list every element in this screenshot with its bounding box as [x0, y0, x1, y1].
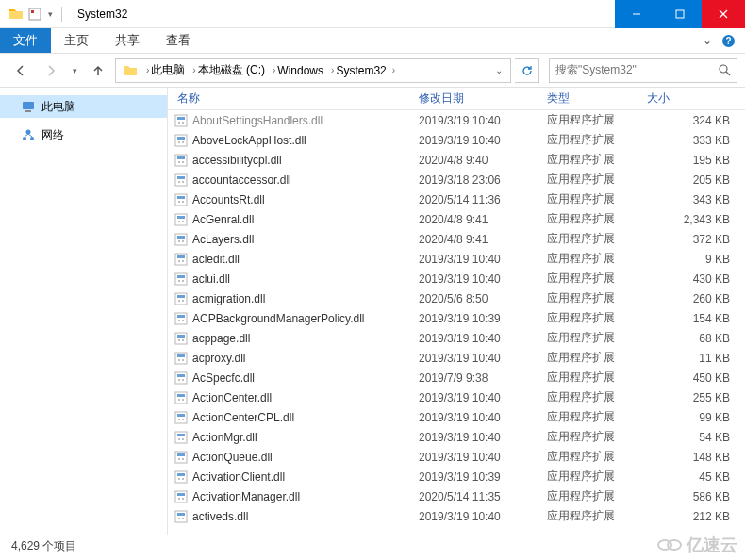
address-dropdown-icon[interactable]: ⌄: [489, 65, 508, 75]
sidebar-label: 此电脑: [41, 99, 75, 115]
breadcrumb-label: 此电脑: [151, 62, 185, 78]
back-button[interactable]: [8, 58, 34, 84]
file-row[interactable]: ActivationManager.dll2020/5/14 11:35应用程序…: [168, 486, 745, 506]
ribbon-expand-icon[interactable]: ⌄: [703, 34, 712, 47]
forward-button[interactable]: [38, 58, 64, 84]
file-name: ActivationManager.dll: [192, 490, 300, 503]
file-row[interactable]: acproxy.dll2019/3/19 10:40应用程序扩展11 KB: [168, 348, 745, 368]
qat-dropdown-icon[interactable]: ▾: [45, 9, 56, 19]
column-header-date[interactable]: 修改日期: [419, 91, 547, 107]
svg-point-100: [182, 518, 184, 519]
sidebar-item-network[interactable]: 网络: [0, 124, 167, 146]
file-row[interactable]: acppage.dll2019/3/19 10:40应用程序扩展68 KB: [168, 328, 745, 348]
search-box[interactable]: 搜索"System32": [549, 58, 737, 83]
svg-rect-53: [175, 293, 187, 305]
svg-rect-26: [177, 156, 185, 159]
column-header-size[interactable]: 大小: [639, 91, 745, 107]
file-name: accountaccessor.dll: [192, 173, 291, 187]
tab-file[interactable]: 文件: [0, 28, 51, 53]
svg-point-20: [182, 122, 184, 124]
svg-point-51: [178, 280, 180, 282]
dll-icon: [174, 351, 189, 366]
file-row[interactable]: ActionCenterCPL.dll2019/3/19 10:40应用程序扩展…: [168, 407, 745, 427]
column-header-name[interactable]: 名称: [174, 91, 419, 107]
dll-icon: [174, 489, 189, 504]
sidebar-item-this-pc[interactable]: 此电脑: [0, 95, 167, 118]
tab-home[interactable]: 主页: [51, 28, 102, 53]
file-row[interactable]: ActionQueue.dll2019/3/19 10:40应用程序扩展148 …: [168, 447, 745, 467]
file-row[interactable]: aclui.dll2019/3/19 10:40应用程序扩展430 KB: [168, 269, 745, 288]
breadcrumb-segment[interactable]: ›System32›: [327, 64, 399, 77]
file-date: 2019/3/19 10:40: [419, 114, 547, 127]
breadcrumb-segment[interactable]: ›Windows: [269, 64, 327, 77]
svg-rect-81: [175, 432, 187, 443]
file-row[interactable]: ActionMgr.dll2019/3/19 10:40应用程序扩展54 KB: [168, 427, 745, 447]
svg-rect-29: [175, 174, 187, 186]
file-size: 9 KB: [639, 253, 745, 266]
breadcrumb-segment[interactable]: ›此电脑: [142, 62, 189, 78]
address-bar[interactable]: ›此电脑 ›本地磁盘 (C:) ›Windows ›System32› ⌄: [115, 58, 511, 83]
svg-rect-33: [175, 194, 187, 206]
help-icon[interactable]: ?: [721, 34, 736, 48]
file-row[interactable]: AboutSettingsHandlers.dll2019/3/19 10:40…: [168, 110, 745, 130]
svg-rect-54: [177, 295, 185, 298]
file-row[interactable]: AboveLockAppHost.dll2019/3/19 10:40应用程序扩…: [168, 130, 745, 150]
minimize-button[interactable]: [615, 0, 658, 28]
file-size: 333 KB: [639, 134, 745, 147]
maximize-button[interactable]: [658, 0, 702, 28]
file-date: 2019/7/9 9:38: [419, 371, 547, 385]
svg-rect-65: [175, 353, 187, 364]
file-date: 2020/4/8 9:41: [419, 213, 547, 226]
sidebar-label: 网络: [41, 127, 64, 143]
tab-view[interactable]: 查看: [153, 28, 204, 53]
explorer-body: 此电脑 网络 名称 修改日期 类型 大小 AboutSettingsHandle…: [0, 88, 745, 535]
file-name: acledit.dll: [192, 253, 240, 266]
file-name: ActivationClient.dll: [192, 470, 285, 484]
file-type: 应用程序扩展: [547, 152, 639, 168]
tab-share[interactable]: 共享: [102, 28, 153, 53]
file-size: 260 KB: [639, 292, 745, 305]
dll-icon: [174, 509, 189, 524]
svg-rect-30: [177, 176, 185, 179]
file-type: 应用程序扩展: [547, 112, 639, 128]
svg-point-75: [178, 399, 180, 401]
file-row[interactable]: accessibilitycpl.dll2020/4/8 9:40应用程序扩展1…: [168, 150, 745, 170]
file-row[interactable]: accountaccessor.dll2019/3/18 23:06应用程序扩展…: [168, 170, 745, 189]
file-row[interactable]: ActionCenter.dll2019/3/19 10:40应用程序扩展255…: [168, 387, 745, 407]
svg-point-28: [182, 161, 184, 163]
svg-point-24: [182, 141, 184, 143]
file-row[interactable]: AcSpecfc.dll2019/7/9 9:38应用程序扩展450 KB: [168, 368, 745, 387]
breadcrumb-segment[interactable]: ›本地磁盘 (C:): [189, 62, 269, 78]
file-row[interactable]: activeds.dll2019/3/19 10:40应用程序扩展212 KB: [168, 506, 745, 526]
file-row[interactable]: ActivationClient.dll2019/3/19 10:39应用程序扩…: [168, 467, 745, 486]
file-list[interactable]: AboutSettingsHandlers.dll2019/3/19 10:40…: [168, 110, 745, 535]
svg-point-47: [178, 260, 180, 262]
qat-properties-icon[interactable]: [26, 6, 43, 23]
history-dropdown-icon[interactable]: ▾: [68, 58, 81, 84]
file-row[interactable]: AcGenral.dll2020/4/8 9:41应用程序扩展2,343 KB: [168, 209, 745, 229]
file-date: 2020/5/14 11:36: [419, 193, 547, 206]
svg-rect-66: [177, 354, 185, 357]
refresh-button[interactable]: [515, 58, 539, 83]
address-folder-icon: [122, 63, 139, 78]
file-row[interactable]: acmigration.dll2020/5/6 8:50应用程序扩展260 KB: [168, 288, 745, 308]
svg-point-79: [178, 419, 180, 420]
file-type: 应用程序扩展: [547, 211, 639, 227]
file-row[interactable]: AcLayers.dll2020/4/8 9:41应用程序扩展372 KB: [168, 229, 745, 249]
svg-rect-25: [175, 155, 187, 166]
close-button[interactable]: [702, 0, 745, 28]
svg-point-87: [178, 458, 180, 460]
file-size: 11 KB: [639, 352, 745, 365]
file-name: ActionCenterCPL.dll: [192, 411, 294, 424]
up-button[interactable]: [85, 58, 111, 84]
ribbon-right: ⌄ ?: [703, 28, 745, 53]
file-row[interactable]: ACPBackgroundManagerPolicy.dll2019/3/19 …: [168, 308, 745, 328]
file-type: 应用程序扩展: [547, 350, 639, 366]
file-row[interactable]: AccountsRt.dll2020/5/14 11:36应用程序扩展343 K…: [168, 189, 745, 209]
svg-point-19: [178, 122, 180, 124]
file-row[interactable]: acledit.dll2019/3/19 10:40应用程序扩展9 KB: [168, 249, 745, 269]
titlebar: ▾ System32: [0, 0, 745, 28]
column-header-type[interactable]: 类型: [547, 91, 639, 107]
svg-point-63: [178, 339, 180, 341]
svg-rect-69: [175, 372, 187, 384]
